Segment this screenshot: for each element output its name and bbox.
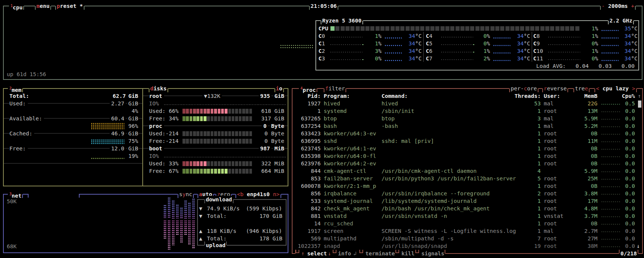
process-row[interactable]: 844cmk-agent-ctl/usr/bin/cmk-agent-ctl d…	[293, 167, 642, 175]
interval-plus-button[interactable]: +	[631, 3, 635, 9]
process-row[interactable]: 533systemd-journal/lib/systemd/systemd-j…	[293, 197, 642, 205]
signals-button[interactable]: signals	[421, 250, 444, 257]
process-row[interactable]: 853fail2ban-server/usr/bin/python3 /usr/…	[293, 175, 642, 182]
disk-meter-block	[190, 161, 193, 166]
mem-entry-label: Available:	[9, 115, 44, 122]
tree-button[interactable]: tree	[573, 85, 590, 92]
net-scale-top: 50K	[7, 198, 17, 205]
mem-entry-label-row: Used:2.27GiB	[4, 100, 142, 107]
process-cpu: 0.0	[625, 137, 635, 145]
kill-button[interactable]: kill	[401, 250, 415, 257]
cpu-meter-block	[400, 26, 404, 31]
select-up-icon[interactable]: ↑	[301, 250, 305, 257]
mem-entry-graph	[91, 140, 124, 144]
process-program: systemd	[324, 107, 347, 115]
net-download-column	[180, 207, 183, 219]
process-row[interactable]: 637265btopbtop3mal5.9M0.0	[293, 115, 642, 122]
mem-entry-label: Free:	[9, 145, 28, 152]
process-row[interactable]: 14rcu_sched1root0B0.0	[293, 220, 642, 227]
info-button[interactable]: info	[338, 250, 351, 257]
process-row[interactable]: 881vnstatd/usr/sbin/vnstatd -n1vnstat3.7…	[293, 212, 642, 220]
disk-meter-block	[228, 116, 231, 121]
process-row[interactable]: 600078kworker/2:1-mm_p1root0B0.0	[293, 182, 642, 190]
process-row[interactable]: 623745kworker/u64:1-ev1root0B0.0	[293, 145, 642, 152]
disk-io-graph	[164, 157, 286, 158]
disk-meter-block	[225, 109, 228, 114]
menu-button[interactable]: menu	[35, 2, 51, 10]
download-total-row: ▼Total:	[199, 212, 202, 220]
process-row[interactable]: 1927hivedhived53mal22G0.5	[293, 100, 642, 107]
proc-box-title[interactable]: 4proc	[299, 85, 317, 92]
update-interval: - 2000ms +	[600, 2, 636, 10]
disk-meter-block	[207, 169, 210, 174]
disk-meter-block	[200, 139, 203, 144]
process-row[interactable]: 1917screenSCREEN -S witness -L -Logfile …	[293, 227, 642, 235]
disk-meter-block	[200, 116, 203, 121]
process-threads: 1	[537, 227, 541, 235]
proc-scrollbar-thumb[interactable]	[638, 100, 641, 108]
process-row[interactable]: 842check_mk_agent/bin/bash /usr/bin/chec…	[293, 205, 642, 212]
per-core-button[interactable]: per-core	[509, 85, 538, 92]
process-mem: 0B	[591, 152, 597, 160]
process-threads: 1	[537, 197, 541, 205]
disk-meter-block	[249, 161, 252, 166]
process-threads: 1	[537, 212, 541, 220]
disk-meter-block	[190, 169, 193, 174]
disk-meter-block	[225, 169, 228, 174]
col-threads: Threads:	[514, 92, 541, 100]
disk-meter-block	[249, 109, 252, 114]
process-row[interactable]: 569multipathd/sbin/multipathd -d -s7root…	[293, 235, 642, 242]
process-row[interactable]: 856irqbalance/usr/sbin/irqbalance --fore…	[293, 190, 642, 197]
iface-next-button[interactable]: n>	[273, 191, 279, 197]
sort-prev-button[interactable]: <	[596, 86, 599, 92]
process-cpu: 0.0	[625, 122, 635, 130]
sort-next-button[interactable]: >	[632, 86, 635, 92]
disk-meter-block	[196, 131, 199, 136]
disk-meter-block	[225, 116, 228, 121]
disk-meter-block	[182, 131, 186, 136]
cpu-meter-block	[350, 26, 354, 31]
process-row[interactable]: 637254bash-bash1mal5.2M0.0	[293, 122, 642, 130]
iface-prev-button[interactable]: <b	[237, 191, 243, 197]
preset-hotkey-rest: reset *	[60, 3, 83, 9]
interface-switcher[interactable]: <b enp41s0 n>	[235, 190, 281, 198]
disk-meter-block	[232, 169, 235, 174]
sort-selector: < cpu lazy >	[594, 85, 637, 92]
proc-count: 0/218	[619, 250, 638, 257]
preset-button[interactable]: preset *	[55, 2, 84, 10]
disk-meter-block	[235, 131, 238, 136]
process-user: vnstat	[544, 212, 563, 220]
process-row[interactable]: 636995sshdsshd: mal [priv]1root11M0.0	[293, 137, 642, 145]
mem-box-title[interactable]: 2mem	[8, 85, 23, 92]
cpu-meter-block	[505, 26, 510, 31]
reverse-button[interactable]: reverse	[542, 85, 568, 92]
disk-meter-block	[207, 131, 210, 136]
terminate-button[interactable]: terminate	[365, 250, 395, 257]
mem-entry-value: 60.4	[110, 115, 126, 122]
cpu-box-title[interactable]: 1cpu	[9, 2, 24, 10]
filter-button[interactable]: filter	[324, 85, 346, 92]
footer-cap	[359, 250, 363, 253]
net-box-title[interactable]: 3net	[8, 190, 23, 198]
disks-box-title[interactable]: disks	[149, 85, 168, 92]
io-mode-button[interactable]: io	[274, 85, 284, 92]
process-pid: 1022357	[298, 242, 321, 250]
disk-meter-block	[221, 139, 224, 144]
disk-meter-block	[228, 161, 231, 166]
cpu-meter-block	[540, 26, 544, 31]
select-down-icon[interactable]: ↓	[328, 250, 331, 257]
cpu-meter-block	[500, 26, 504, 31]
download-title: download	[204, 196, 234, 203]
process-row[interactable]: 1022357snapd/usr/lib/snapd/snapd19root38…	[293, 242, 642, 250]
core-label: C9	[533, 40, 540, 47]
interval-minus-button[interactable]: -	[602, 3, 605, 9]
process-row[interactable]: 633423kworker/u64:3-ev1root0B0.0	[293, 130, 642, 137]
process-row[interactable]: 635398kworker/u64:0-fl1root0B0.0	[293, 152, 642, 160]
cpu-meter-block	[515, 26, 519, 31]
process-command: /usr/bin/python3 /usr/bin/fail2ban-serve…	[382, 175, 516, 182]
sync-button[interactable]: sync	[178, 190, 194, 198]
disk-meter-block	[249, 139, 252, 144]
process-row[interactable]: 623976kworker/u64:2-ev1root0B0.0	[293, 160, 642, 167]
process-row[interactable]: 1systemd/sbin/init1root13M0.0	[293, 107, 642, 115]
sort-current[interactable]: cpu lazy	[602, 86, 629, 92]
